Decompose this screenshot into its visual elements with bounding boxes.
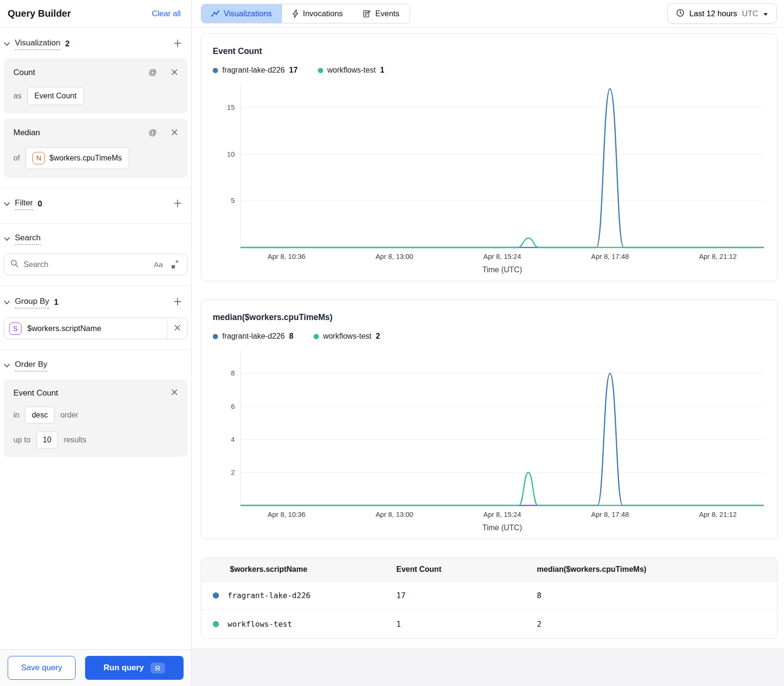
app-root: Query Builder Clear all Visualization 2 (0, 0, 784, 686)
section-order-by-header[interactable]: Order By (0, 352, 191, 375)
results-label: results (64, 436, 86, 444)
section-search-header[interactable]: Search (0, 225, 191, 248)
time-range-selector[interactable]: Last 12 hours UTC (667, 3, 777, 24)
close-icon (174, 324, 181, 333)
at-sign-icon: @ (149, 68, 157, 77)
tab-label: Events (375, 9, 399, 18)
legend-item[interactable]: fragrant-lake-d22617 (213, 66, 298, 75)
legend-item[interactable]: workflows-test2 (314, 332, 380, 341)
results-table-body: fragrant-lake-d226178workflows-test12 (201, 581, 777, 638)
of-label: of (13, 154, 20, 162)
chevron-down-icon (4, 202, 10, 206)
section-group-by: Group By 1 S $workers.scriptName (0, 286, 191, 350)
remove-group-by-button[interactable] (167, 318, 187, 339)
mention-button[interactable]: @ (147, 66, 159, 79)
column-header: Event Count (396, 565, 537, 574)
chart-title: Event Count (213, 46, 766, 56)
string-field-type-icon: S (9, 322, 22, 335)
tab-events[interactable]: Events (353, 4, 409, 23)
median-cell: 2 (537, 620, 766, 629)
plus-icon (174, 39, 182, 49)
svg-text:5: 5 (231, 197, 235, 204)
line-chart-event-count[interactable]: 51015Apr 8, 10:36Apr 8, 13:00Apr 8, 15:2… (213, 79, 766, 275)
table-row[interactable]: fragrant-lake-d226178 (201, 581, 777, 610)
svg-text:Apr 8, 21:12: Apr 8, 21:12 (699, 511, 737, 518)
run-shortcut-badge: R (151, 663, 165, 674)
tab-invocations[interactable]: Invocations (282, 4, 353, 23)
save-query-button[interactable]: Save query (8, 656, 76, 680)
svg-text:Apr 8, 13:00: Apr 8, 13:00 (375, 253, 413, 260)
svg-text:2: 2 (231, 469, 235, 476)
remove-visualization-button[interactable] (169, 127, 180, 139)
table-row[interactable]: workflows-test12 (201, 610, 777, 638)
in-label: in (13, 411, 19, 419)
regex-icon[interactable]: * (170, 261, 181, 268)
clear-all-link[interactable]: Clear all (152, 9, 181, 18)
bolt-icon (292, 10, 299, 18)
svg-text:Time (UTC): Time (UTC) (482, 524, 522, 532)
line-chart-median-cputime[interactable]: 2468Apr 8, 10:36Apr 8, 13:00Apr 8, 15:24… (213, 345, 766, 533)
tab-visualizations[interactable]: Visualizations (201, 4, 282, 23)
remove-visualization-button[interactable] (169, 67, 180, 79)
svg-text:Apr 8, 13:00: Apr 8, 13:00 (375, 511, 413, 518)
section-visualization-header[interactable]: Visualization 2 (0, 30, 191, 54)
legend-series-name: fragrant-lake-d226 (222, 332, 285, 341)
section-visualization-label: Visualization (15, 38, 60, 50)
section-order-by-label: Order By (15, 360, 47, 372)
main-area: VisualizationsInvocationsEvents Last 12 … (192, 0, 784, 686)
filter-count: 0 (38, 199, 42, 209)
script-name-cell: workflows-test (228, 620, 292, 629)
add-filter-button[interactable] (172, 197, 184, 211)
section-visualization: Visualization 2 Count @ (0, 28, 191, 188)
legend-series-name: workflows-test (327, 66, 376, 75)
section-search: Search Aa * (0, 224, 191, 286)
svg-text:Apr 8, 10:36: Apr 8, 10:36 (268, 511, 305, 518)
svg-text:Apr 8, 21:12: Apr 8, 21:12 (699, 253, 737, 260)
result-limit-input[interactable]: 10 (36, 431, 58, 449)
time-range-timezone: UTC (742, 9, 758, 18)
close-icon (171, 69, 178, 77)
section-filter-label: Filter (15, 198, 33, 210)
add-group-by-button[interactable] (172, 296, 184, 309)
order-label: order (60, 411, 78, 419)
legend-series-dot (213, 68, 218, 73)
time-range-label: Last 12 hours (689, 9, 737, 18)
legend-item[interactable]: fragrant-lake-d2268 (213, 332, 294, 341)
search-input[interactable] (23, 260, 147, 269)
group-by-field-row[interactable]: S $workers.scriptName (4, 318, 187, 339)
column-header: $workers.scriptName (213, 565, 396, 574)
section-group-by-header[interactable]: Group By 1 (0, 288, 191, 312)
main-content: Event Count fragrant-lake-d22617workflow… (192, 28, 784, 648)
section-filter-header[interactable]: Filter 0 (0, 190, 191, 214)
chart-card-event-count: Event Count fragrant-lake-d22617workflow… (201, 33, 778, 281)
event-count-cell: 17 (396, 591, 537, 600)
svg-text:6: 6 (231, 403, 235, 410)
as-label: as (13, 92, 22, 100)
up-to-label: up to (13, 436, 31, 444)
sidebar-body: Visualization 2 Count @ (0, 28, 191, 649)
group-by-count: 1 (54, 298, 58, 307)
chart-title: median($workers.cpuTimeMs) (213, 312, 766, 322)
column-header: median($workers.cpuTimeMs) (537, 565, 766, 574)
chevron-down-icon (4, 237, 10, 241)
svg-text:4: 4 (231, 436, 235, 443)
median-field-selector[interactable]: N $workers.cpuTimeMs (25, 147, 129, 169)
order-direction-selector[interactable]: desc (25, 407, 54, 424)
section-search-label: Search (15, 233, 41, 245)
run-query-button[interactable]: Run query R (85, 656, 184, 680)
add-visualization-button[interactable] (172, 37, 184, 51)
group-by-field-name: $workers.scriptName (27, 324, 167, 333)
script-name-cell: fragrant-lake-d226 (228, 591, 310, 600)
visualization-card-title: Count (13, 68, 35, 77)
clock-icon (676, 9, 685, 19)
remove-order-by-button[interactable] (169, 387, 180, 399)
legend-series-value: 1 (380, 66, 384, 75)
mention-button[interactable]: @ (147, 126, 159, 139)
visualization-alias-field[interactable]: Event Count (27, 87, 84, 105)
sidebar-footer: Save query Run query R (0, 649, 191, 686)
section-group-by-label: Group By (15, 297, 49, 309)
match-case-icon[interactable]: Aa (152, 260, 165, 269)
svg-text:Apr 8, 17:48: Apr 8, 17:48 (591, 511, 629, 518)
caret-down-icon (763, 9, 768, 18)
legend-item[interactable]: workflows-test1 (318, 66, 384, 75)
